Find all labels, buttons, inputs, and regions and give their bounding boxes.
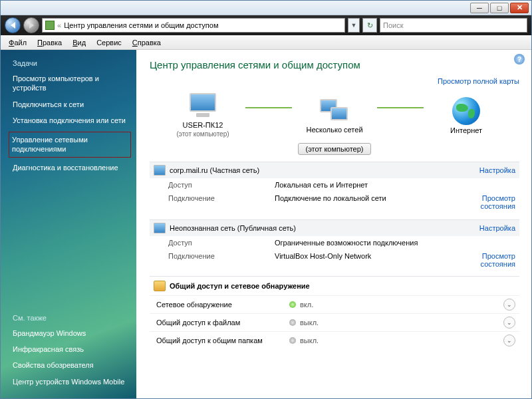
- main-content: ? Центр управления сетями и общим доступ…: [136, 50, 531, 398]
- network-map: USER-ПК12 (этот компьютер) Несколько сет…: [150, 89, 519, 140]
- sidebar-item-diagnose[interactable]: Диагностика и восстановление: [13, 163, 132, 172]
- sharing-public-expand-button[interactable]: ⌄: [503, 334, 515, 346]
- menu-edit[interactable]: Правка: [33, 37, 66, 48]
- network-1-conn-label: Подключение: [168, 194, 275, 210]
- network-1-customize-link[interactable]: Настройка: [479, 166, 515, 174]
- status-dot-off-icon: [289, 319, 296, 326]
- network-2-conn-label: Подключение: [168, 252, 275, 268]
- map-pc-sub: (этот компьютер): [176, 130, 229, 138]
- refresh-icon: ↻: [367, 21, 373, 30]
- map-node-internet: Интернет: [426, 97, 506, 134]
- network-1-name: corp.mail.ru (Частная сеть): [170, 166, 259, 174]
- sharing-icon: [154, 281, 166, 291]
- view-full-map-link[interactable]: Просмотр полной карты: [438, 77, 519, 85]
- status-dot-off-icon: [289, 337, 296, 344]
- arrow-right-icon: [29, 22, 34, 29]
- refresh-button[interactable]: ↻: [362, 18, 377, 33]
- sidebar-item-connect[interactable]: Подключиться к сети: [13, 100, 132, 109]
- sidebar-seealso-firewall[interactable]: Брандмауэр Windows: [13, 329, 132, 338]
- network-2-access-row: Доступ Ограниченные возможности подключе…: [150, 236, 519, 249]
- computer-icon: [187, 93, 219, 120]
- sharing-public-state: выкл.: [300, 336, 319, 344]
- sidebar: Задачи Просмотр компьютеров и устройств …: [1, 50, 136, 398]
- control-panel-icon: [45, 21, 55, 30]
- network-1-header: corp.mail.ru (Частная сеть) Настройка: [150, 162, 519, 178]
- sharing-file-expand-button[interactable]: ⌄: [503, 317, 515, 329]
- chevron-down-icon: ⌄: [507, 337, 512, 344]
- menu-view[interactable]: Вид: [68, 37, 90, 48]
- menu-help[interactable]: Справка: [128, 37, 165, 48]
- map-pc-name: USER-ПК12: [183, 121, 223, 129]
- network-2-customize-link[interactable]: Настройка: [479, 224, 515, 232]
- map-node-this-pc: USER-ПК12 (этот компьютер): [163, 93, 243, 138]
- sidebar-item-view-devices[interactable]: Просмотр компьютеров и устройств: [13, 74, 132, 93]
- network-1-conn-value: Подключение по локальной сети: [275, 194, 456, 210]
- map-line-2: [377, 107, 424, 108]
- network-1-connection-row: Подключение Подключение по локальной сет…: [150, 192, 519, 213]
- breadcrumb-prefix: «: [57, 21, 61, 29]
- minimize-button[interactable]: ─: [470, 3, 489, 13]
- page-title: Центр управления сетями и общим доступом: [150, 59, 519, 70]
- window: ─ □ ✕ « Центр управления сетями и общим …: [0, 0, 532, 399]
- tasks-heading: Задачи: [13, 59, 132, 67]
- breadcrumb: Центр управления сетями и общим доступом: [64, 21, 218, 29]
- map-multi-label: Несколько сетей: [306, 126, 362, 134]
- address-bar: « Центр управления сетями и общим доступ…: [1, 15, 531, 35]
- sidebar-item-manage-connections-highlight: Управление сетевыми подключениями: [9, 132, 131, 158]
- multi-network-icon: [319, 98, 350, 124]
- network-icon: [154, 223, 166, 233]
- menu-file[interactable]: Файл: [5, 37, 31, 48]
- menubar: Файл Правка Вид Сервис Справка: [1, 35, 531, 50]
- sidebar-item-manage-connections[interactable]: Управление сетевыми подключениями: [12, 135, 128, 154]
- sharing-discovery-expand-button[interactable]: ⌄: [503, 299, 515, 311]
- sharing-row-file: Общий доступ к файлам выкл. ⌄: [150, 313, 519, 331]
- network-1-access-label: Доступ: [168, 181, 275, 189]
- network-2-view-status-link[interactable]: Просмотр состояния: [481, 252, 515, 268]
- sharing-file-label: Общий доступ к файлам: [156, 319, 289, 327]
- sidebar-seealso-browser[interactable]: Свойства обозревателя: [13, 360, 132, 370]
- menu-tools[interactable]: Сервис: [92, 37, 126, 48]
- sharing-file-state: выкл.: [300, 319, 319, 327]
- back-button[interactable]: [5, 17, 21, 33]
- network-1-view-status-link[interactable]: Просмотр состояния: [481, 194, 515, 210]
- minimize-icon: ─: [477, 4, 482, 12]
- search-input[interactable]: Поиск: [380, 18, 527, 33]
- arrow-left-icon: [11, 22, 15, 29]
- network-2-connection-row: Подключение VirtualBox Host-Only Network…: [150, 249, 519, 271]
- body: Задачи Просмотр компьютеров и устройств …: [1, 50, 531, 398]
- maximize-button[interactable]: □: [490, 3, 509, 13]
- chevron-down-icon: ▼: [351, 22, 357, 29]
- map-node-networks: Несколько сетей: [295, 98, 374, 134]
- titlebar: ─ □ ✕: [1, 1, 531, 15]
- close-icon: ✕: [517, 3, 523, 12]
- globe-icon: [452, 97, 480, 125]
- this-computer-button[interactable]: (этот компьютер): [298, 143, 370, 155]
- address-field[interactable]: « Центр управления сетями и общим доступ…: [42, 18, 345, 33]
- forward-button[interactable]: [23, 17, 39, 33]
- sidebar-seealso-windows-mobile[interactable]: Центр устройств Windows Mobile: [13, 377, 132, 386]
- sharing-row-discovery: Сетевое обнаружение вкл. ⌄: [150, 295, 519, 313]
- sharing-discovery-state: вкл.: [300, 301, 313, 309]
- status-dot-on-icon: [289, 301, 296, 308]
- address-dropdown-button[interactable]: ▼: [348, 18, 360, 33]
- chevron-down-icon: ⌄: [507, 301, 512, 308]
- this-computer-row: (этот компьютер): [150, 143, 519, 155]
- help-button[interactable]: ?: [514, 54, 525, 65]
- map-line-1: [245, 107, 292, 108]
- sharing-row-public: Общий доступ к общим папкам выкл. ⌄: [150, 331, 519, 349]
- network-1-access-row: Доступ Локальная сеть и Интернет: [150, 178, 519, 192]
- network-icon: [154, 165, 166, 176]
- search-placeholder: Поиск: [383, 21, 403, 29]
- sharing-public-label: Общий доступ к общим папкам: [156, 336, 289, 344]
- menu-file-rest: айл: [14, 39, 27, 47]
- sidebar-item-setup-connection[interactable]: Установка подключения или сети: [13, 116, 132, 125]
- network-2-access-value: Ограниченные возможности подключения: [275, 239, 456, 247]
- chevron-down-icon: ⌄: [507, 319, 512, 326]
- sharing-heading: Общий доступ и сетевое обнаружение: [170, 282, 310, 290]
- network-2-header: Неопознанная сеть (Публичная сеть) Настр…: [150, 219, 519, 236]
- sidebar-seealso-infrared[interactable]: Инфракрасная связь: [13, 344, 132, 354]
- sharing-discovery-label: Сетевое обнаружение: [156, 301, 289, 309]
- close-button[interactable]: ✕: [510, 3, 529, 13]
- sharing-heading-row: Общий доступ и сетевое обнаружение: [150, 276, 519, 295]
- network-2-access-label: Доступ: [168, 239, 275, 247]
